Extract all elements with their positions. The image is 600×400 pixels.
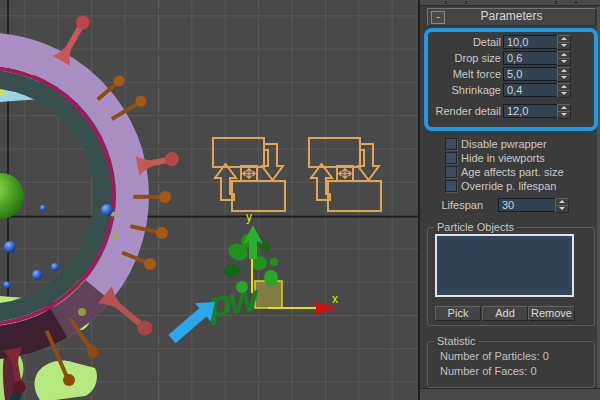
rollout-title: Parameters [480, 9, 542, 23]
detail-label: Detail [422, 35, 501, 49]
annotation-arrow [168, 302, 215, 343]
lifespan-label: Lifespan [422, 198, 483, 212]
viewport-scene: y x pw [0, 0, 418, 400]
faces-count-text: Number of Faces: 0 [440, 365, 537, 378]
olive-speck [113, 234, 118, 239]
melt-force-field[interactable]: 5,0 [503, 67, 559, 81]
shrinkage-spinner[interactable] [557, 83, 569, 97]
pick-button[interactable]: Pick [435, 306, 481, 321]
disable-pwrapper-label: Disable pwrapper [461, 138, 547, 150]
age-affects-size-checkbox[interactable] [445, 166, 457, 178]
panel-bottom-strip [420, 388, 600, 400]
pwrapper-icon-1[interactable] [213, 138, 285, 211]
melt-force-label: Melt force [422, 67, 501, 81]
drop-size-label: Drop size [422, 51, 501, 65]
particle-objects-group-label: Particle Objects [434, 221, 517, 233]
detail-spinner[interactable] [557, 35, 569, 49]
render-detail-spinner[interactable] [557, 104, 569, 118]
override-lifespan-label: Override p. lifespan [461, 180, 556, 192]
particle-objects-list[interactable] [435, 234, 574, 297]
green-sphere [0, 173, 24, 219]
pwrapper-icon-2[interactable] [309, 138, 381, 211]
viewport-canvas[interactable]: y x pw [0, 0, 418, 400]
olive-ball [78, 308, 86, 316]
lifespan-field[interactable]: 30 [498, 198, 557, 212]
particles-count-text: Number of Particles: 0 [440, 350, 549, 363]
parameters-panel: - Parameters Detail 10,0 Drop size 0,6 M… [420, 0, 600, 400]
render-detail-field[interactable]: 12,0 [503, 104, 559, 118]
x-axis-label: x [332, 292, 338, 306]
override-lifespan-checkbox[interactable] [445, 180, 457, 192]
y-axis-label: y [246, 210, 252, 224]
lifespan-spinner[interactable] [555, 198, 567, 212]
application-window: y x pw - Parameters Detail 10,0 Drop siz… [0, 0, 600, 400]
panel-top-ticks [420, 0, 600, 6]
disable-pwrapper-checkbox[interactable] [445, 138, 457, 150]
shrinkage-label: Shrinkage [422, 83, 501, 97]
detail-field[interactable]: 10,0 [503, 35, 559, 49]
parameters-rollout-header[interactable]: - Parameters [427, 8, 596, 26]
melt-force-spinner[interactable] [557, 67, 569, 81]
hide-in-viewports-label: Hide in viewports [461, 152, 545, 164]
statistic-group-label: Statistic [434, 335, 479, 347]
add-button[interactable]: Add [482, 306, 528, 321]
drop-size-field[interactable]: 0,6 [503, 51, 559, 65]
render-detail-label: Render detail [422, 104, 501, 118]
hide-in-viewports-checkbox[interactable] [445, 152, 457, 164]
remove-button[interactable]: Remove [528, 306, 575, 321]
age-affects-size-label: Age affects part. size [461, 166, 564, 178]
drop-size-spinner[interactable] [557, 51, 569, 65]
shrinkage-field[interactable]: 0,4 [503, 83, 559, 97]
rollout-collapse-icon[interactable]: - [431, 11, 445, 24]
